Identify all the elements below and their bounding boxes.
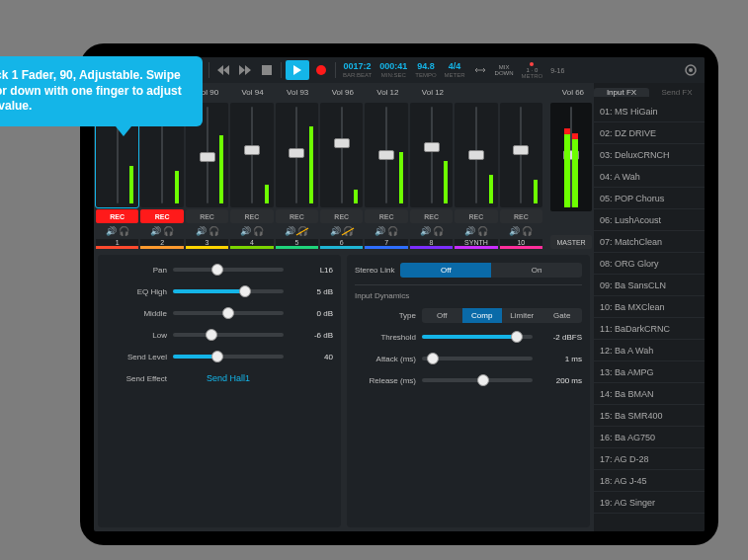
fx-item[interactable]: 15: Ba SMR400 <box>594 405 705 427</box>
rec-button[interactable]: REC <box>320 209 363 223</box>
stereo-link-on[interactable]: On <box>491 263 582 278</box>
fx-item[interactable]: 18: AG J-45 <box>594 470 705 492</box>
loop-range[interactable]: 9-16 <box>547 60 567 80</box>
fx-item[interactable]: 06: LushAcoust <box>594 209 705 231</box>
fx-item[interactable]: 19: AG Singer <box>594 492 705 514</box>
master-label[interactable]: MASTER <box>550 235 592 249</box>
record-button[interactable] <box>311 60 331 80</box>
fx-item[interactable]: 14: Ba BMAN <box>594 383 705 405</box>
speaker-icon[interactable]: 🔊 <box>150 226 161 236</box>
speaker-icon[interactable]: 🔊 <box>106 226 117 236</box>
fx-item[interactable]: 04: A Wah <box>594 166 705 188</box>
fader[interactable] <box>365 103 407 207</box>
speaker-icon[interactable]: 🔊 <box>420 226 431 236</box>
stop-button[interactable] <box>257 60 277 80</box>
time-counter[interactable]: 000:41MIN:SEC <box>379 62 407 78</box>
headphone-icon[interactable]: 🎧 <box>522 226 533 236</box>
rec-button[interactable]: REC <box>96 209 138 223</box>
speaker-icon[interactable]: 🔊 <box>240 226 251 236</box>
fader[interactable] <box>410 103 453 207</box>
rec-button[interactable]: REC <box>410 209 453 223</box>
tempo-counter[interactable]: 94.8TEMPO <box>415 62 436 78</box>
headphone-icon[interactable]: 🎧 <box>297 226 308 236</box>
dyn-type-gate[interactable]: Gate <box>542 308 583 323</box>
rec-button[interactable]: REC <box>230 209 273 223</box>
fx-item[interactable]: 12: Ba A Wah <box>594 340 705 361</box>
rec-button[interactable]: REC <box>186 209 228 223</box>
eq-high-slider[interactable] <box>173 289 284 293</box>
track-label[interactable]: 4 <box>230 239 273 249</box>
track-label[interactable]: 6 <box>320 239 363 249</box>
dyn-type-segmented[interactable]: OffCompLimiterGate <box>422 308 582 323</box>
bar-beat-counter[interactable]: 0017:2BAR:BEAT <box>343 62 372 78</box>
speaker-icon[interactable]: 🔊 <box>464 226 475 236</box>
send-effect-value[interactable]: Send Hall1 <box>173 373 284 383</box>
track-label[interactable]: SYNTH <box>455 239 497 249</box>
rewind-button[interactable] <box>213 60 233 80</box>
fx-item[interactable]: 01: MS HiGain <box>594 101 705 122</box>
mixdown-button[interactable]: MIX DOWN <box>495 64 514 76</box>
headphone-icon[interactable]: 🎧 <box>163 226 174 236</box>
rec-button[interactable]: REC <box>365 209 407 223</box>
speaker-icon[interactable]: 🔊 <box>196 226 207 236</box>
headphone-icon[interactable]: 🎧 <box>343 226 354 236</box>
dyn-type-off[interactable]: Off <box>422 308 462 323</box>
speaker-icon[interactable]: 🔊 <box>330 226 341 236</box>
eq-low-slider[interactable] <box>173 333 284 337</box>
rec-button[interactable]: REC <box>455 209 497 223</box>
fx-item[interactable]: 11: BaDarkCRNC <box>594 318 705 340</box>
dyn-type-limiter[interactable]: Limiter <box>502 308 542 323</box>
rec-button[interactable]: REC <box>276 209 318 223</box>
track-label[interactable]: 5 <box>276 239 318 249</box>
fader[interactable] <box>230 103 273 207</box>
fx-item[interactable]: 13: Ba AMPG <box>594 361 705 383</box>
fx-item[interactable]: 07: MatchClean <box>594 231 705 253</box>
fx-item[interactable]: 08: ORG Glory <box>594 253 705 275</box>
speaker-icon[interactable]: 🔊 <box>509 226 520 236</box>
fader[interactable] <box>320 103 363 207</box>
fx-item[interactable]: 10: Ba MXClean <box>594 296 705 318</box>
rec-button[interactable]: REC <box>500 209 542 223</box>
fx-list[interactable]: 01: MS HiGain02: DZ DRIVE03: DeluxCRNCH0… <box>594 101 705 531</box>
headphone-icon[interactable]: 🎧 <box>253 226 264 236</box>
tab-send-fx[interactable]: Send FX <box>649 88 705 97</box>
fader[interactable] <box>455 103 497 207</box>
send-level-slider[interactable] <box>173 355 284 359</box>
master-fader[interactable] <box>550 103 592 211</box>
threshold-slider[interactable] <box>422 335 533 339</box>
headphone-icon[interactable]: 🎧 <box>208 226 219 236</box>
speaker-icon[interactable]: 🔊 <box>285 226 295 236</box>
track-label[interactable]: 2 <box>140 239 183 249</box>
headphone-icon[interactable]: 🎧 <box>387 226 398 236</box>
fx-item[interactable]: 05: POP Chorus <box>594 188 705 209</box>
tab-input-fx[interactable]: Input FX <box>594 88 649 97</box>
track-label[interactable]: 1 <box>96 239 138 249</box>
fx-item[interactable]: 09: Ba SansCLN <box>594 275 705 296</box>
fx-item[interactable]: 02: DZ DRIVE <box>594 122 705 144</box>
fx-item[interactable]: 17: AG D-28 <box>594 448 705 470</box>
fader[interactable] <box>276 103 318 207</box>
rec-button[interactable]: REC <box>140 209 183 223</box>
track-label[interactable]: 7 <box>365 239 407 249</box>
settings-button[interactable] <box>681 60 701 80</box>
fx-item[interactable]: 03: DeluxCRNCH <box>594 144 705 166</box>
track-label[interactable]: 3 <box>186 239 228 249</box>
fx-item[interactable]: 16: Ba AG750 <box>594 427 705 448</box>
metronome-button[interactable]: 1 · 0METRO <box>522 62 543 79</box>
speaker-icon[interactable]: 🔊 <box>374 226 385 236</box>
forward-button[interactable] <box>235 60 255 80</box>
eq-mid-slider[interactable] <box>173 311 284 315</box>
headphone-icon[interactable]: 🎧 <box>119 226 129 236</box>
track-label[interactable]: 10 <box>500 239 542 249</box>
pan-slider[interactable] <box>173 268 284 272</box>
stereo-link-toggle[interactable]: Off On <box>400 263 582 278</box>
release-slider[interactable] <box>422 378 533 382</box>
timesig-counter[interactable]: 4/4METER <box>445 62 465 78</box>
fader[interactable] <box>500 103 542 207</box>
play-button[interactable] <box>286 60 309 80</box>
stereo-link-off[interactable]: Off <box>400 263 491 278</box>
headphone-icon[interactable]: 🎧 <box>433 226 444 236</box>
loop-button[interactable] <box>470 60 490 80</box>
track-label[interactable]: 8 <box>410 239 453 249</box>
attack-slider[interactable] <box>422 357 533 360</box>
